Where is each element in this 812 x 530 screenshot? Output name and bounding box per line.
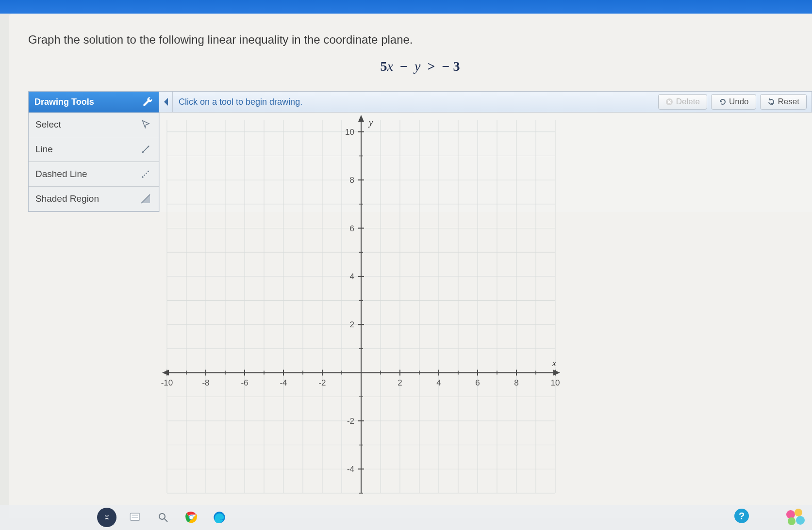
- svg-text:10: 10: [551, 378, 560, 387]
- svg-text:8: 8: [350, 176, 354, 185]
- tool-shaded-region[interactable]: Shaded Region: [29, 187, 159, 211]
- tool-line[interactable]: Line: [29, 137, 159, 162]
- notification-icon[interactable]: [784, 508, 807, 527]
- svg-point-118: [796, 516, 805, 525]
- wrench-icon: [142, 96, 153, 107]
- delete-button[interactable]: Delete: [658, 94, 707, 110]
- question-prompt: Graph the solution to the following line…: [28, 33, 812, 47]
- reset-button[interactable]: Reset: [760, 94, 807, 110]
- svg-text:6: 6: [350, 224, 354, 233]
- svg-marker-51: [358, 115, 364, 122]
- svg-text:10: 10: [345, 128, 354, 137]
- drawing-tools-panel: Drawing Tools Select Line Dashed Line: [28, 91, 159, 212]
- svg-marker-5: [142, 176, 144, 178]
- tool-select[interactable]: Select: [29, 112, 159, 137]
- question-panel: Graph the solution to the following line…: [9, 14, 812, 518]
- svg-text:-2: -2: [347, 417, 354, 426]
- chevron-left-icon: [163, 98, 169, 106]
- undo-icon: [718, 98, 726, 106]
- svg-text:4: 4: [350, 272, 354, 281]
- coordinate-grid: -10-8-6-4-2246810-4-2246810yx: [160, 112, 563, 500]
- svg-point-114: [190, 516, 193, 519]
- svg-text:-4: -4: [347, 465, 354, 474]
- svg-marker-49: [553, 370, 560, 376]
- tool-dashed-line[interactable]: Dashed Line: [29, 162, 159, 187]
- taskbar-app-icon[interactable]: [125, 508, 145, 527]
- svg-text:-8: -8: [202, 378, 209, 387]
- svg-text:-4: -4: [280, 378, 287, 387]
- undo-button[interactable]: Undo: [711, 94, 756, 110]
- cursor-icon: [139, 118, 152, 131]
- os-taskbar: [0, 505, 812, 530]
- svg-marker-8: [164, 98, 168, 106]
- svg-point-117: [795, 509, 802, 516]
- line-icon: [139, 143, 152, 156]
- shaded-region-icon: [139, 193, 152, 205]
- svg-rect-109: [132, 517, 138, 518]
- drawing-tools-header: Drawing Tools: [29, 92, 159, 112]
- window-title-bar: [0, 0, 812, 14]
- inequality-expression: 5x − y > − 3: [202, 59, 639, 74]
- taskbar-app-icon[interactable]: [97, 508, 116, 527]
- svg-rect-108: [132, 515, 138, 516]
- help-button[interactable]: ?: [734, 509, 749, 523]
- taskbar-search-icon[interactable]: [153, 508, 173, 527]
- workspace: Drawing Tools Select Line Dashed Line: [28, 91, 812, 212]
- svg-text:2: 2: [350, 320, 354, 329]
- svg-point-106: [102, 513, 111, 522]
- svg-text:-2: -2: [318, 378, 326, 387]
- svg-text:-10: -10: [161, 378, 173, 387]
- toolbar-hint: Click on a tool to begin drawing.: [173, 92, 658, 112]
- graph-toolbar: Click on a tool to begin drawing. Delete…: [159, 91, 812, 112]
- svg-text:x: x: [552, 358, 556, 368]
- dashed-line-icon: [139, 168, 152, 180]
- svg-marker-50: [162, 370, 169, 376]
- svg-text:2: 2: [398, 378, 402, 387]
- svg-point-110: [159, 514, 165, 519]
- taskbar-edge-icon[interactable]: [210, 508, 229, 527]
- svg-text:y: y: [368, 118, 373, 128]
- svg-line-111: [165, 519, 167, 522]
- svg-text:6: 6: [475, 378, 480, 387]
- reset-icon: [767, 98, 775, 106]
- svg-point-119: [788, 517, 795, 525]
- svg-text:4: 4: [436, 378, 441, 387]
- svg-text:-6: -6: [241, 378, 248, 387]
- collapse-panel-button[interactable]: [159, 92, 173, 112]
- svg-text:8: 8: [514, 378, 518, 387]
- taskbar-chrome-icon[interactable]: [182, 508, 201, 527]
- graph-canvas[interactable]: -10-8-6-4-2246810-4-2246810yx: [159, 112, 812, 212]
- delete-icon: [665, 98, 673, 106]
